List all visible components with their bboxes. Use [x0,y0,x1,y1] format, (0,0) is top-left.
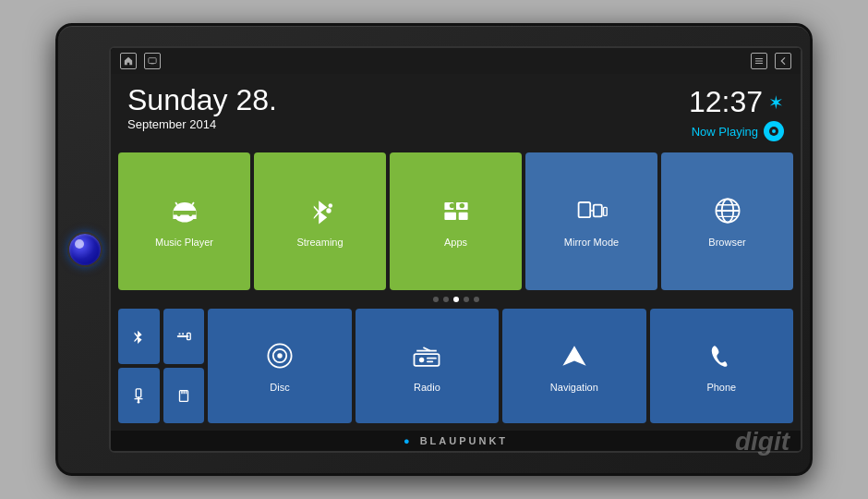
svg-point-20 [449,203,453,208]
screen-icon[interactable] [144,53,161,69]
status-bar [111,48,801,74]
header: Sunday 28. September 2014 12:37 ✶ Now Pl… [111,74,801,149]
brand-bar: ● BLAUPUNKT [111,431,801,451]
car-stereo-unit: Sunday 28. September 2014 12:37 ✶ Now Pl… [55,23,813,476]
svg-rect-0 [149,58,156,64]
svg-rect-42 [186,391,187,395]
main-content: Sunday 28. September 2014 12:37 ✶ Now Pl… [111,74,801,451]
tile-browser[interactable]: Browser [661,152,793,290]
mini-tiles-group [118,309,204,423]
now-playing-bar: Now Playing [689,121,784,141]
android-icon [168,194,201,231]
svg-point-15 [328,204,332,209]
status-left-icons [120,53,161,69]
volume-knob[interactable] [67,232,102,267]
radio-icon [410,339,443,376]
phone-label: Phone [706,382,736,393]
tile-radio[interactable]: Radio [356,309,499,423]
svg-rect-2 [755,58,763,59]
svg-point-6 [772,129,776,133]
svg-line-11 [175,202,177,205]
bluetooth-status-icon: ✶ [768,91,784,114]
nav-icon [558,339,591,376]
disc-label: Disc [270,382,289,393]
svg-rect-3 [755,61,763,62]
tile-navigation[interactable]: Navigation [502,309,645,423]
svg-point-14 [326,209,331,213]
dot-4[interactable] [464,297,469,302]
status-right-icons [751,53,791,69]
bottom-tiles-row: Disc [118,309,793,423]
brand-dot: ● [404,435,413,446]
month-year-display: September 2014 [127,117,277,131]
back-icon[interactable] [775,53,791,69]
time-display: 12:37 ✶ [689,85,784,119]
apps-icon [440,194,473,231]
mini-tile-sd[interactable] [163,368,205,423]
now-playing-button[interactable] [764,121,784,141]
tile-streaming[interactable]: Streaming [254,152,386,290]
knob-area [67,232,102,267]
time-value: 12:37 [689,85,763,119]
tile-apps[interactable]: Apps [390,152,522,290]
screen: Sunday 28. September 2014 12:37 ✶ Now Pl… [109,46,802,453]
date-display: Sunday 28. [127,85,277,115]
mirror-mode-label: Mirror Mode [564,237,619,248]
time-section: 12:37 ✶ Now Playing [689,85,784,141]
svg-rect-50 [427,358,437,359]
date-section: Sunday 28. September 2014 [127,85,277,131]
apps-label: Apps [444,237,467,248]
streaming-label: Streaming [296,237,343,248]
svg-rect-1 [151,64,153,65]
svg-rect-34 [182,333,184,335]
svg-point-37 [138,401,140,404]
watermark: digit [735,427,790,456]
svg-line-12 [192,202,194,205]
svg-rect-13 [173,211,196,215]
svg-rect-19 [458,213,467,220]
svg-rect-22 [578,202,590,217]
menu-icon[interactable] [751,53,767,69]
svg-rect-24 [603,208,607,216]
tile-music-player[interactable]: Music Player [118,152,250,290]
svg-point-49 [419,358,424,362]
svg-rect-51 [427,360,433,362]
dot-5[interactable] [474,297,479,302]
tile-mirror-mode[interactable]: Mirror Mode [525,152,657,290]
navigation-label: Navigation [550,382,598,393]
tiles-area: Music Player Streaming [111,149,801,431]
disc-icon [263,339,296,376]
brand-logo: ● BLAUPUNKT [404,435,508,446]
tile-disc[interactable]: Disc [208,309,351,423]
dot-1[interactable] [433,297,439,302]
radio-label: Radio [414,382,440,393]
svg-rect-46 [415,354,440,366]
svg-rect-33 [179,333,181,335]
svg-rect-41 [183,391,184,395]
svg-point-21 [459,203,464,208]
browser-label: Browser [708,237,745,248]
phone-icon [705,339,738,376]
dot-3[interactable] [453,297,459,302]
pagination [118,294,793,305]
mini-tile-usb-cable[interactable] [163,309,205,364]
home-icon[interactable] [120,53,137,69]
music-player-label: Music Player [155,237,213,248]
tile-phone[interactable]: Phone [650,309,793,423]
svg-rect-35 [137,389,141,397]
mirror-icon [575,194,609,231]
globe-icon [711,194,744,231]
top-tiles-row: Music Player Streaming [118,152,793,290]
svg-point-45 [277,353,282,358]
svg-rect-4 [755,63,763,64]
svg-rect-18 [444,213,456,220]
now-playing-label: Now Playing [692,125,758,139]
bluetooth-music-icon [304,194,337,231]
svg-rect-23 [593,205,601,217]
mini-tile-bluetooth[interactable] [118,309,160,364]
mini-tile-usb[interactable] [118,368,160,423]
brand-name: BLAUPUNKT [420,435,508,446]
svg-rect-40 [181,391,182,395]
dot-2[interactable] [443,297,449,302]
